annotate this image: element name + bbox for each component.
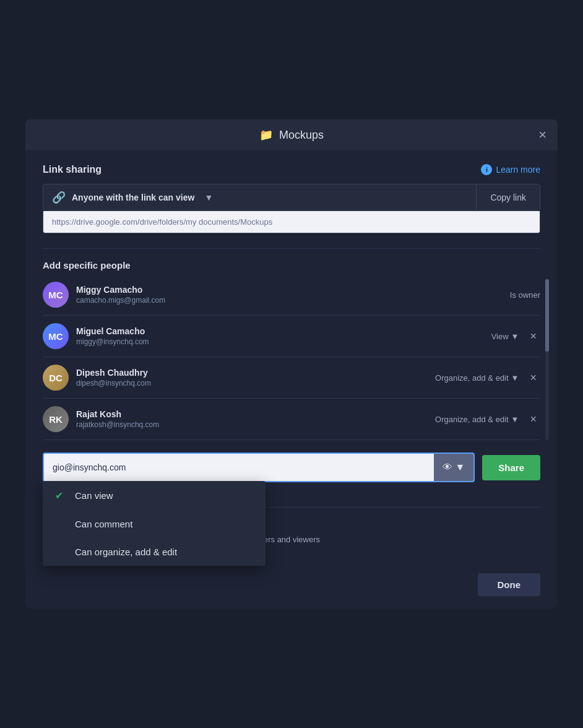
- permission-dropdown-menu: ✔ Can view Can comment Can organize, add…: [43, 481, 266, 566]
- avatar: MC: [43, 282, 69, 308]
- learn-more-text: Learn more: [496, 165, 540, 175]
- person-info: Dipesh Chaudhry dipesh@insynchq.com: [76, 368, 428, 388]
- remove-person-button[interactable]: ×: [526, 327, 540, 345]
- role-chevron-icon: ▼: [511, 415, 519, 424]
- avatar-initials: DC: [49, 373, 63, 383]
- role-chevron-icon: ▼: [511, 332, 519, 341]
- person-name: Miggy Camacho: [76, 285, 503, 295]
- person-role-select[interactable]: View ▼ ×: [491, 327, 540, 345]
- remove-person-button[interactable]: ×: [526, 410, 540, 428]
- person-role-select[interactable]: Organize, add & edit ▼ ×: [435, 410, 540, 428]
- avatar: RK: [43, 406, 69, 432]
- role-dropdown-button[interactable]: Organize, add & edit ▼: [435, 415, 519, 424]
- dialog-footer: Done: [25, 565, 558, 609]
- dialog-body: Link sharing i Learn more 🔗 Anyone with …: [25, 150, 558, 565]
- person-role: Is owner: [510, 290, 540, 300]
- person-row: DC Dipesh Chaudhry dipesh@insynchq.com O…: [43, 357, 540, 399]
- copy-link-button[interactable]: Copy link: [476, 184, 540, 210]
- email-input-wrap: 👁 ▼: [43, 453, 475, 482]
- avatar: MC: [43, 323, 69, 349]
- avatar-initials: RK: [49, 414, 63, 425]
- role-label: View: [491, 332, 509, 341]
- people-list: MC Miggy Camacho camacho.migs@gmail.com …: [43, 279, 540, 440]
- person-info: Miggy Camacho camacho.migs@gmail.com: [76, 285, 503, 305]
- link-access-permission: can view: [158, 193, 194, 202]
- close-button[interactable]: ×: [538, 128, 546, 142]
- link-access-text: Anyone with the link can view: [72, 193, 194, 202]
- learn-more-link[interactable]: i Learn more: [481, 164, 540, 175]
- scrollbar-track[interactable]: [545, 279, 549, 440]
- dialog-header: 📁 Mockups ×: [25, 119, 558, 150]
- dropdown-item-organize[interactable]: Can organize, add & edit: [43, 538, 266, 566]
- done-button[interactable]: Done: [478, 573, 541, 596]
- share-input-row: 👁 ▼ Share ✔ Can view Can comment Can org…: [43, 453, 540, 482]
- person-email: camacho.migs@gmail.com: [76, 296, 503, 305]
- dropdown-item-comment[interactable]: Can comment: [43, 510, 266, 538]
- role-label: Organize, add & edit: [435, 373, 509, 383]
- share-button[interactable]: Share: [482, 455, 540, 480]
- person-row: RK Rajat Kosh rajatkosh@insynchq.com Org…: [43, 399, 540, 440]
- email-input[interactable]: [44, 456, 434, 479]
- link-sharing-title: Link sharing: [43, 164, 101, 175]
- add-people-title: Add specific people: [43, 260, 540, 271]
- avatar-initials: MC: [48, 331, 63, 342]
- role-label: Organize, add & edit: [435, 415, 509, 424]
- remove-person-button[interactable]: ×: [526, 369, 540, 387]
- share-dialog: 📁 Mockups × Link sharing i Learn more 🔗 …: [25, 119, 558, 609]
- person-info: Miguel Camacho miggy@insynchq.com: [76, 326, 484, 346]
- dialog-title-text: Mockups: [279, 129, 324, 142]
- dropdown-item-label: Can organize, add & edit: [75, 547, 177, 557]
- person-name: Dipesh Chaudhry: [76, 368, 428, 378]
- folder-icon: 📁: [259, 128, 273, 142]
- link-access-base: Anyone with the link: [72, 193, 156, 202]
- dialog-title: 📁 Mockups: [259, 128, 324, 142]
- scrollbar-thumb[interactable]: [545, 279, 549, 352]
- dropdown-item-label: Can comment: [75, 519, 132, 529]
- dropdown-item-label: Can view: [75, 490, 113, 501]
- person-role-select[interactable]: Organize, add & edit ▼ ×: [435, 369, 540, 387]
- link-access-select[interactable]: 🔗 Anyone with the link can view ▼: [43, 184, 476, 210]
- person-email: miggy@insynchq.com: [76, 337, 484, 346]
- link-access-row: 🔗 Anyone with the link can view ▼ Copy l…: [43, 184, 540, 211]
- role-dropdown-button[interactable]: Organize, add & edit ▼: [435, 373, 519, 383]
- role-dropdown-button[interactable]: View ▼: [491, 332, 519, 341]
- person-name: Miguel Camacho: [76, 326, 484, 336]
- link-sharing-header: Link sharing i Learn more: [43, 164, 540, 175]
- avatar: DC: [43, 365, 69, 391]
- person-row: MC Miguel Camacho miggy@insynchq.com Vie…: [43, 316, 540, 357]
- info-icon: i: [481, 164, 492, 175]
- person-link-icon: 🔗: [52, 191, 66, 204]
- dropdown-item-view[interactable]: ✔ Can view: [43, 481, 266, 510]
- divider: [43, 248, 540, 249]
- person-email: rajatkosh@insynchq.com: [76, 420, 428, 429]
- eye-icon: 👁: [443, 462, 452, 473]
- chevron-down-icon: ▼: [204, 193, 213, 202]
- role-chevron-icon: ▼: [511, 373, 519, 383]
- link-url: https://drive.google.com/drive/folders/m…: [43, 211, 540, 233]
- person-name: Rajat Kosh: [76, 409, 428, 419]
- avatar-initials: MC: [48, 290, 63, 300]
- eye-chevron-icon: ▼: [455, 462, 465, 473]
- person-info: Rajat Kosh rajatkosh@insynchq.com: [76, 409, 428, 429]
- person-row: MC Miggy Camacho camacho.migs@gmail.com …: [43, 279, 540, 316]
- person-email: dipesh@insynchq.com: [76, 379, 428, 388]
- check-icon: ✔: [55, 490, 67, 501]
- permission-dropdown-button[interactable]: 👁 ▼: [434, 454, 473, 481]
